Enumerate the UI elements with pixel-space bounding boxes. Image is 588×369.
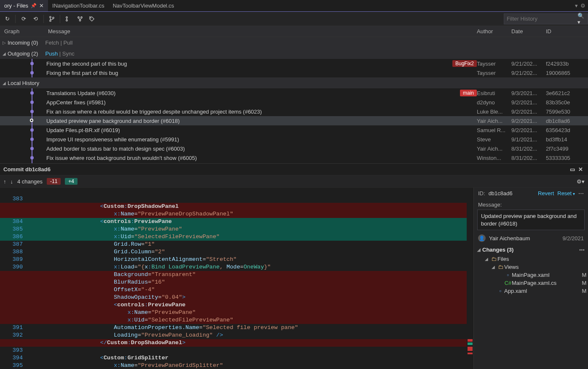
- commit-row[interactable]: Avoid crash when dragging files from Win…: [0, 162, 588, 163]
- next-change-icon[interactable]: ↓: [11, 178, 13, 185]
- changes-section[interactable]: ◢ Changes (3) ⋯: [474, 244, 588, 255]
- section-incoming[interactable]: ▷ Incoming (0) Fetch | Pull: [0, 37, 588, 48]
- tab-label: ory - Files: [4, 3, 28, 9]
- svg-point-5: [78, 16, 80, 18]
- tag-icon[interactable]: [87, 14, 96, 24]
- more-icon[interactable]: ⋯: [579, 247, 585, 253]
- xaml-file-icon: ▫: [497, 288, 504, 294]
- commit-row[interactable]: Update Files.pt-BR.xlf (#6019) Samuel R.…: [0, 125, 588, 135]
- prev-change-icon[interactable]: ↑: [3, 178, 6, 185]
- section-outgoing[interactable]: ◢ Outgoing (2) Push | Sync: [0, 48, 588, 59]
- commit-detail-title: Commit db1c8ad6: [3, 166, 51, 173]
- commit-id: db1c8ad6: [546, 118, 580, 124]
- tree-folder-views[interactable]: ◢ 🗀 Views: [474, 263, 588, 271]
- tab-inavigationtoolbar[interactable]: INavigationToolbar.cs: [48, 0, 109, 11]
- tab-navtoolbarviewmodel[interactable]: NavToolbarViewModel.cs: [109, 0, 179, 11]
- more-icon[interactable]: ⋯: [578, 190, 584, 196]
- commit-row[interactable]: Translations Update (#6030)main Esibruti…: [0, 88, 588, 98]
- commit-msg: Fix an issue where a rebuild would be tr…: [46, 109, 262, 115]
- gear-icon[interactable]: ⚙: [580, 3, 585, 9]
- graph-mode-icon[interactable]: [64, 14, 73, 24]
- refresh-icon[interactable]: ↻: [3, 14, 12, 24]
- overflow-icon[interactable]: ▾: [575, 3, 578, 9]
- chevron-down-icon: ◢: [3, 81, 8, 85]
- commit-msg: Translations Update (#6030): [46, 90, 115, 96]
- minimap[interactable]: [467, 188, 473, 369]
- commit-date: 9/2/2021...: [511, 127, 546, 133]
- commit-date: 9/21/202...: [511, 61, 546, 67]
- commit-msg: Improve UI responsiveness while enumerat…: [46, 136, 179, 143]
- push-link[interactable]: Push: [45, 50, 58, 57]
- branch-icon[interactable]: [47, 14, 56, 24]
- svg-point-6: [81, 16, 83, 18]
- tree-file-mainpage-xaml-cs[interactable]: C# MainPage.xaml.cs M: [474, 279, 588, 287]
- sync-link[interactable]: Sync: [62, 50, 75, 57]
- commit-author: Samuel R...: [477, 127, 511, 133]
- changes-count: 4 changes: [17, 178, 43, 185]
- branch-badge: BugFix2: [452, 60, 477, 67]
- commit-author: Taysser: [477, 70, 511, 76]
- section-local[interactable]: ◢ Local History: [0, 77, 588, 88]
- col-graph[interactable]: Graph: [0, 28, 46, 35]
- commit-author: Yair Aich...: [477, 146, 511, 152]
- chevron-right-icon: ▷: [3, 40, 8, 45]
- commit-author: Steve: [477, 136, 511, 143]
- pull-icon[interactable]: ⟲: [31, 14, 40, 24]
- fetch-link[interactable]: Fetch: [45, 40, 59, 46]
- commit-date: 9/1/2021...: [511, 136, 546, 143]
- fetch-icon[interactable]: ⟳: [19, 14, 28, 24]
- revert-link[interactable]: Revert: [538, 190, 554, 196]
- branch-badge: main: [460, 90, 477, 96]
- col-message[interactable]: Message: [46, 28, 477, 35]
- tab-history[interactable]: ory - Files 📌 ✕: [0, 0, 48, 11]
- commit-id: f242933b: [546, 61, 580, 67]
- section-label: Local History: [8, 80, 39, 86]
- commit-author: Esibruti: [477, 90, 511, 96]
- close-icon[interactable]: ✕: [39, 3, 44, 9]
- reset-dropdown[interactable]: Reset: [557, 190, 575, 196]
- cs-file-icon: C#: [504, 280, 512, 286]
- commit-id: bd3ffb14: [546, 136, 580, 143]
- commit-date: 9/2/2021...: [511, 109, 546, 115]
- file-status: M: [580, 272, 588, 278]
- section-label: Outgoing (2): [8, 50, 38, 57]
- commit-msg: Updated preview pane background and bord…: [46, 118, 180, 124]
- commit-author: Luke Ble...: [477, 109, 511, 115]
- file-status: M: [580, 280, 588, 286]
- tree-file-app-xaml[interactable]: ▫ App.xaml M: [474, 287, 588, 295]
- svg-point-4: [66, 19, 68, 21]
- restore-window-icon[interactable]: ▭: [568, 165, 577, 173]
- commit-id: 6356423d: [546, 127, 580, 133]
- folder-icon: 🗀: [490, 256, 497, 262]
- search-icon[interactable]: 🔍▾: [577, 13, 585, 25]
- commit-msg: Added border to status bar to match desi…: [46, 146, 185, 152]
- commit-msg: Fixing the first part of this bug: [46, 70, 118, 76]
- commit-row[interactable]: Improve UI responsiveness while enumerat…: [0, 135, 588, 144]
- close-icon[interactable]: ✕: [577, 165, 585, 173]
- tree-file-mainpage-xaml[interactable]: ▫ MainPage.xaml M: [474, 271, 588, 279]
- additions-badge: +4: [65, 178, 78, 185]
- tree-folder-files[interactable]: ◢ 🗀 Files: [474, 255, 588, 263]
- col-author[interactable]: Author: [477, 28, 511, 35]
- commit-row[interactable]: Fix an issue where a rebuild would be tr…: [0, 107, 588, 116]
- col-id[interactable]: ID: [546, 28, 580, 35]
- commit-row[interactable]: Fix issue where root background brush wo…: [0, 153, 588, 162]
- commit-row[interactable]: AppCenter fixes (#5981) d2dyno 9/2/2021.…: [0, 98, 588, 107]
- commit-row[interactable]: Updated preview pane background and bord…: [0, 116, 588, 125]
- commit-row[interactable]: Fixing the second part of this bugBugFix…: [0, 59, 588, 68]
- commit-msg: Fix issue where root background brush wo…: [46, 155, 197, 161]
- diff-view[interactable]: 383 <Custom:DropShadowPanel x:Name="Prev…: [0, 188, 473, 369]
- commit-row[interactable]: Added border to status bar to match desi…: [0, 144, 588, 153]
- filter-history-input[interactable]: 🔍▾: [504, 13, 588, 24]
- commit-row[interactable]: Fixing the first part of this bug Taysse…: [0, 68, 588, 77]
- pin-icon[interactable]: 📌: [31, 3, 37, 8]
- graph-filter-icon[interactable]: [75, 14, 85, 24]
- pull-link[interactable]: Pull: [64, 40, 73, 46]
- gear-icon[interactable]: ⚙▾: [577, 178, 585, 185]
- tab-label: NavToolbarViewModel.cs: [113, 3, 174, 9]
- author-name: Yair Aichenbaum: [489, 235, 530, 242]
- filter-input-field[interactable]: [507, 16, 577, 22]
- commit-author: Yair Aich...: [477, 118, 511, 124]
- id-label: ID:: [478, 190, 485, 196]
- col-date[interactable]: Date: [511, 28, 546, 35]
